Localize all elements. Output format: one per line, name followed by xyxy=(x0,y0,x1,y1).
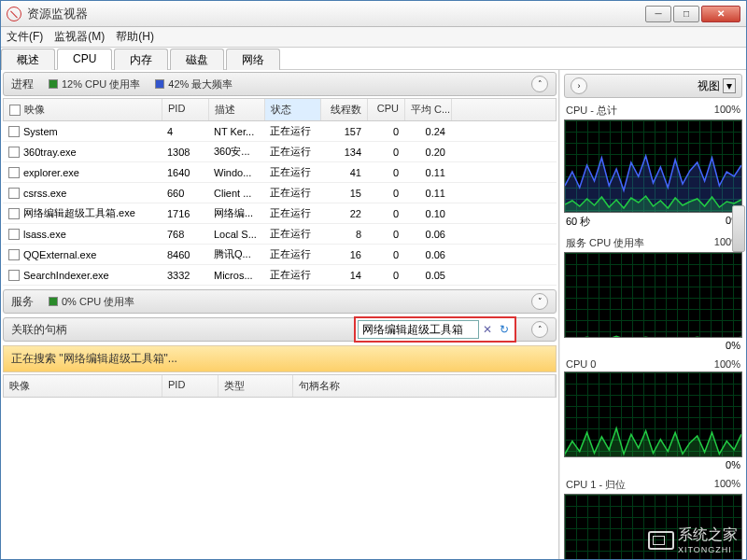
tab-disk[interactable]: 磁盘 xyxy=(170,49,224,70)
menu-file[interactable]: 文件(F) xyxy=(7,29,43,45)
graph-max: 100% xyxy=(714,478,740,492)
cpu-graph xyxy=(564,371,742,457)
col-threads[interactable]: 线程数 xyxy=(321,99,368,120)
row-checkbox[interactable] xyxy=(8,229,20,240)
graph-foot-right: 0% xyxy=(726,459,740,470)
processes-header[interactable]: 进程 12% CPU 使用率 42% 最大频率 ˄ xyxy=(3,72,557,96)
table-row[interactable]: 360tray.exe 1308360安... 正在运行134 00.20 xyxy=(3,142,557,162)
row-checkbox[interactable] xyxy=(8,208,20,219)
table-row[interactable]: explorer.exe 1640Windo... 正在运行41 00.11 xyxy=(3,162,557,183)
minimize-button[interactable]: ─ xyxy=(645,6,671,22)
graph-max: 100% xyxy=(714,358,740,370)
hcol-name[interactable]: 句柄名称 xyxy=(293,375,556,397)
process-table: 映像 PID 描述 状态 线程数 CPU 平均 C... System 4NT … xyxy=(3,98,557,286)
graph-foot-left: 60 秒 xyxy=(566,215,590,229)
freq-swatch-icon xyxy=(155,79,164,89)
table-row[interactable]: lsass.exe 768Local S... 正在运行8 00.06 xyxy=(3,224,557,245)
handles-title: 关联的句柄 xyxy=(11,322,67,338)
table-row[interactable]: System 4NT Ker... 正在运行157 00.24 xyxy=(3,121,557,142)
graph-title: CPU - 总计 xyxy=(566,104,617,118)
handles-search-wrap: ✕ ↻ xyxy=(354,316,516,343)
graph-max: 100% xyxy=(714,104,740,118)
col-status[interactable]: 状态 xyxy=(265,99,321,120)
hcol-image[interactable]: 映像 xyxy=(4,375,162,397)
col-image[interactable]: 映像 xyxy=(24,103,45,117)
row-checkbox[interactable] xyxy=(8,126,20,137)
expand-services-icon[interactable]: ˅ xyxy=(531,293,548,310)
max-freq-label: 42% 最大频率 xyxy=(168,77,233,91)
hcol-pid[interactable]: PID xyxy=(162,375,218,397)
close-button[interactable]: ✕ xyxy=(701,6,740,22)
table-row[interactable]: 网络编辑超级工具箱.exe 1716网络编... 正在运行22 00.10 xyxy=(3,203,557,224)
tab-cpu[interactable]: CPU xyxy=(57,49,112,70)
cpu-graph xyxy=(564,252,742,338)
cpu-swatch-icon xyxy=(49,79,58,89)
svc-swatch-icon xyxy=(49,297,58,306)
services-title: 服务 xyxy=(11,294,34,310)
view-label: 视图 xyxy=(698,78,720,94)
hcol-type[interactable]: 类型 xyxy=(218,375,293,397)
tab-network[interactable]: 网络 xyxy=(226,49,280,70)
table-row[interactable]: SearchIndexer.exe 3332Micros... 正在运行14 0… xyxy=(3,265,557,286)
clear-search-icon[interactable]: ✕ xyxy=(479,323,496,336)
graph-title: 服务 CPU 使用率 xyxy=(566,236,644,250)
cpu-usage-label: 12% CPU 使用率 xyxy=(62,77,140,91)
searching-banner: 正在搜索 "网络编辑超级工具箱"... xyxy=(3,345,557,372)
right-scrollbar[interactable] xyxy=(732,205,745,252)
col-desc[interactable]: 描述 xyxy=(209,99,265,120)
row-checkbox[interactable] xyxy=(8,249,20,260)
row-checkbox[interactable] xyxy=(8,188,20,199)
window-title: 资源监视器 xyxy=(27,6,645,22)
tab-memory[interactable]: 内存 xyxy=(114,49,168,70)
app-icon xyxy=(7,7,21,21)
col-pid[interactable]: PID xyxy=(162,99,209,120)
nav-right-icon[interactable]: › xyxy=(571,77,587,94)
menu-help[interactable]: 帮助(H) xyxy=(116,29,154,45)
col-avg[interactable]: 平均 C... xyxy=(405,99,452,120)
maximize-button[interactable]: □ xyxy=(673,6,699,22)
row-checkbox[interactable] xyxy=(8,147,20,158)
col-cpu[interactable]: CPU xyxy=(368,99,405,120)
table-row[interactable]: QQExternal.exe 8460腾讯Q... 正在运行16 00.06 xyxy=(3,245,557,265)
graph-title: CPU 1 - 归位 xyxy=(566,478,626,492)
cpu-graph xyxy=(564,119,742,213)
graph-foot-right: 0% xyxy=(726,340,740,351)
services-header[interactable]: 服务 0% CPU 使用率 ˅ xyxy=(3,289,557,314)
row-checkbox[interactable] xyxy=(8,270,20,281)
view-dropdown-icon[interactable]: ▾ xyxy=(723,78,736,93)
handles-search-input[interactable] xyxy=(358,320,479,339)
right-toolbar: › 视图 ▾ xyxy=(564,74,742,98)
collapse-processes-icon[interactable]: ˄ xyxy=(531,76,548,92)
tab-overview[interactable]: 概述 xyxy=(1,49,55,70)
row-checkbox[interactable] xyxy=(8,167,20,178)
cpu-graph xyxy=(564,494,742,559)
svc-cpu-label: 0% CPU 使用率 xyxy=(62,295,134,309)
processes-title: 进程 xyxy=(11,77,34,92)
main-tabs: 概述 CPU 内存 磁盘 网络 xyxy=(1,48,746,70)
table-row[interactable]: csrss.exe 660Client ... 正在运行15 00.11 xyxy=(3,183,557,203)
handles-table: 映像 PID 类型 句柄名称 xyxy=(3,374,557,398)
refresh-search-icon[interactable]: ↻ xyxy=(496,323,513,336)
titlebar: 资源监视器 ─ □ ✕ xyxy=(1,1,746,27)
graph-title: CPU 0 xyxy=(566,358,596,370)
menubar: 文件(F) 监视器(M) 帮助(H) xyxy=(1,27,746,48)
menu-monitor[interactable]: 监视器(M) xyxy=(54,29,105,45)
collapse-handles-icon[interactable]: ˄ xyxy=(531,321,548,338)
select-all-checkbox[interactable] xyxy=(9,105,21,116)
handles-header[interactable]: 关联的句柄 ✕ ↻ ˄ xyxy=(3,317,557,342)
